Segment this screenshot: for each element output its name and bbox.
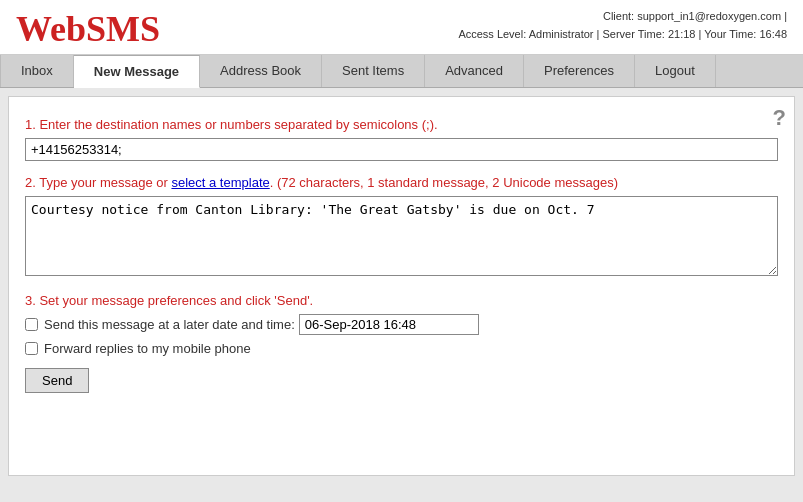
select-template-link[interactable]: select a template bbox=[171, 175, 269, 190]
forward-checkbox[interactable] bbox=[25, 342, 38, 355]
step2-info: . (72 characters, 1 standard message, 2 … bbox=[270, 175, 618, 190]
destination-input[interactable] bbox=[25, 138, 778, 161]
tab-logout[interactable]: Logout bbox=[635, 55, 716, 87]
forward-label: Forward replies to my mobile phone bbox=[44, 341, 251, 356]
client-email: support_in1@redoxygen.com bbox=[637, 10, 781, 22]
tab-sent-items[interactable]: Sent Items bbox=[322, 55, 425, 87]
preferences-section: Send this message at a later date and ti… bbox=[25, 314, 778, 356]
send-button[interactable]: Send bbox=[25, 368, 89, 393]
header: WebSMS Client: support_in1@redoxygen.com… bbox=[0, 0, 803, 55]
schedule-datetime-input[interactable] bbox=[299, 314, 479, 335]
step2-text: 2. Type your message or bbox=[25, 175, 171, 190]
schedule-row: Send this message at a later date and ti… bbox=[25, 314, 778, 335]
help-icon[interactable]: ? bbox=[773, 105, 786, 131]
schedule-checkbox[interactable] bbox=[25, 318, 38, 331]
main-content: ? 1. Enter the destination names or numb… bbox=[8, 96, 795, 476]
nav-tabs: Inbox New Message Address Book Sent Item… bbox=[0, 55, 803, 88]
server-time-label: Server Time: bbox=[602, 28, 664, 40]
tab-preferences[interactable]: Preferences bbox=[524, 55, 635, 87]
tab-new-message[interactable]: New Message bbox=[74, 55, 200, 88]
forward-row: Forward replies to my mobile phone bbox=[25, 341, 778, 356]
tab-inbox[interactable]: Inbox bbox=[0, 55, 74, 87]
access-level-label: Access Level: bbox=[458, 28, 526, 40]
logo: WebSMS bbox=[16, 8, 160, 50]
message-textarea[interactable]: Courtesy notice from Canton Library: 'Th… bbox=[25, 196, 778, 276]
your-time-value: 16:48 bbox=[759, 28, 787, 40]
tab-advanced[interactable]: Advanced bbox=[425, 55, 524, 87]
step3-label: 3. Set your message preferences and clic… bbox=[25, 293, 778, 308]
your-time-label: Your Time: bbox=[704, 28, 756, 40]
tab-address-book[interactable]: Address Book bbox=[200, 55, 322, 87]
step1-label: 1. Enter the destination names or number… bbox=[25, 117, 778, 132]
access-level-value: Administrator bbox=[529, 28, 594, 40]
server-time-value: 21:18 bbox=[668, 28, 696, 40]
client-label: Client: bbox=[603, 10, 634, 22]
client-info: Client: support_in1@redoxygen.com | Acce… bbox=[458, 8, 787, 43]
step2-label: 2. Type your message or select a templat… bbox=[25, 175, 778, 190]
schedule-label: Send this message at a later date and ti… bbox=[44, 317, 295, 332]
